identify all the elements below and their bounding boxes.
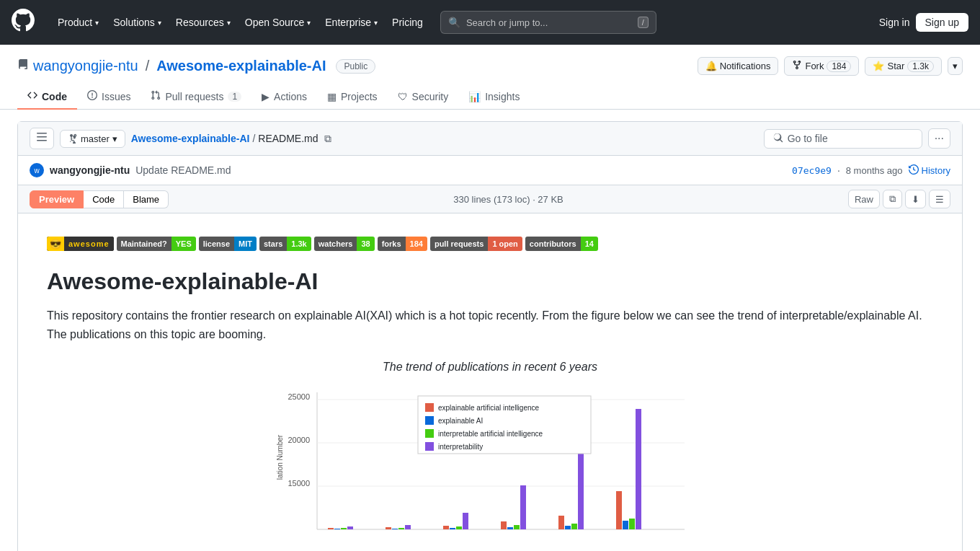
raw-button[interactable]: Raw <box>848 190 880 208</box>
nav-resources[interactable]: Resources ▾ <box>170 12 236 32</box>
tab-projects-label: Projects <box>341 91 378 102</box>
forks-badge: forks 184 <box>378 237 427 251</box>
nav-enterprise-label: Enterprise <box>325 17 371 28</box>
svg-rect-30 <box>623 521 628 529</box>
watchers-badge: watchers 38 <box>314 237 375 251</box>
tab-pr-label: Pull requests <box>165 91 223 102</box>
commit-hash[interactable]: 07ec9e9 <box>792 165 832 176</box>
expand-button[interactable]: ▾ <box>948 57 963 75</box>
svg-rect-19 <box>456 526 462 529</box>
tab-security[interactable]: 🛡 Security <box>388 84 459 110</box>
svg-rect-31 <box>629 519 635 529</box>
code-icon <box>27 90 37 102</box>
repo-separator: / <box>146 58 150 74</box>
download-button[interactable]: ⬇ <box>905 190 926 208</box>
prs-badge: pull requests 1 open <box>430 237 522 251</box>
chevron-down-icon: ▾ <box>158 19 161 27</box>
view-tabs: Preview Code Blame <box>30 190 169 208</box>
projects-icon: ▦ <box>327 91 337 102</box>
repo-title-area: wangyongjie-ntu / Awesome-explainable-AI… <box>17 58 375 74</box>
tab-actions[interactable]: ▶ Actions <box>251 84 317 110</box>
preview-tab[interactable]: Preview <box>30 190 84 208</box>
tab-insights[interactable]: 📊 Insights <box>458 84 530 110</box>
breadcrumb-separator: / <box>252 133 255 144</box>
code-tab-btn[interactable]: Code <box>84 190 124 208</box>
nav-product-label: Product <box>58 17 92 28</box>
svg-rect-21 <box>501 521 507 529</box>
outline-button[interactable]: ☰ <box>929 190 950 208</box>
notifications-label: Notifications <box>720 61 771 71</box>
fork-button[interactable]: Fork 184 <box>784 56 859 76</box>
repo-owner[interactable]: wangyongjie-ntu <box>33 58 138 74</box>
svg-text:interpretable artificial intel: interpretable artificial intelligence <box>438 430 543 438</box>
more-options-button[interactable]: ··· <box>928 128 950 149</box>
svg-text:explainable artificial intelli: explainable artificial intelligence <box>438 404 540 412</box>
branch-selector[interactable]: master ▾ <box>60 130 125 148</box>
commit-author[interactable]: wangyongjie-ntu <box>50 164 130 176</box>
github-logo[interactable] <box>12 9 35 36</box>
chevron-down-icon: ▾ <box>307 19 311 27</box>
svg-text:20000: 20000 <box>288 436 310 444</box>
nav-solutions[interactable]: Solutions ▾ <box>107 12 167 32</box>
nav-product[interactable]: Product ▾ <box>52 12 104 32</box>
search-icon <box>773 133 783 145</box>
auth-buttons: Sign in Sign up <box>879 13 968 32</box>
code-actions: Raw ⧉ ⬇ ☰ <box>848 190 950 208</box>
blame-tab[interactable]: Blame <box>124 190 169 208</box>
fork-count: 184 <box>827 61 851 72</box>
repo-tabs: Code Issues Pull requests 1 ▶ Actions ▦ … <box>17 84 963 109</box>
nav-enterprise[interactable]: Enterprise ▾ <box>319 12 383 32</box>
svg-rect-11 <box>341 528 347 529</box>
commit-row: w wangyongjie-ntu Update README.md 07ec9… <box>18 156 962 185</box>
tab-issues[interactable]: Issues <box>77 84 141 110</box>
svg-rect-20 <box>463 513 468 529</box>
tab-projects[interactable]: ▦ Projects <box>317 84 388 110</box>
notifications-button[interactable]: 🔔 Notifications <box>698 57 779 75</box>
search-kbd: / <box>638 17 649 28</box>
tab-issues-label: Issues <box>102 91 130 102</box>
nav-pricing[interactable]: Pricing <box>386 12 429 32</box>
file-header-left: master ▾ Awesome-explainable-AI / README… <box>30 128 331 149</box>
signin-link[interactable]: Sign in <box>879 17 910 28</box>
svg-rect-14 <box>392 529 398 529</box>
tab-pull-requests[interactable]: Pull requests 1 <box>141 84 251 110</box>
star-button[interactable]: ⭐ Star 1.3k <box>865 57 942 76</box>
svg-rect-36 <box>425 416 434 425</box>
svg-text:25000: 25000 <box>288 392 310 401</box>
awesome-badge: 😎 awesome <box>47 237 114 251</box>
nav-open-source[interactable]: Open Source ▾ <box>239 12 317 32</box>
history-icon <box>909 164 919 177</box>
history-link[interactable]: History <box>909 164 950 177</box>
svg-rect-15 <box>398 528 404 529</box>
shield-icon: 🛡 <box>398 91 408 102</box>
chart-svg: 25000 20000 15000 lation Number <box>274 385 692 551</box>
issue-icon <box>87 90 97 102</box>
search-bar[interactable]: 🔍 Search or jump to... / <box>440 11 656 34</box>
nav-resources-label: Resources <box>176 17 224 28</box>
svg-text:interpretability: interpretability <box>438 443 483 451</box>
repo-name[interactable]: Awesome-explainable-AI <box>156 58 326 74</box>
copy-path-icon[interactable]: ⧉ <box>324 133 331 145</box>
insights-icon: 📊 <box>468 91 481 102</box>
copy-raw-button[interactable]: ⧉ <box>883 190 902 208</box>
file-header-right: Go to file ··· <box>764 128 950 149</box>
go-to-file-label: Go to file <box>788 133 913 144</box>
code-toolbar: Preview Code Blame 330 lines (173 loc) ·… <box>18 185 962 213</box>
file-header-bar: master ▾ Awesome-explainable-AI / README… <box>18 122 962 156</box>
commit-time: 8 months ago <box>846 165 903 176</box>
tab-code[interactable]: Code <box>17 84 77 110</box>
repo-header: wangyongjie-ntu / Awesome-explainable-AI… <box>0 45 980 110</box>
svg-rect-23 <box>514 525 520 529</box>
sidebar-toggle-button[interactable] <box>30 128 54 149</box>
go-to-file-button[interactable]: Go to file <box>764 129 922 149</box>
svg-rect-29 <box>616 491 622 529</box>
file-stats: 330 lines (173 loc) · 27 KB <box>453 194 563 205</box>
breadcrumb-repo-link[interactable]: Awesome-explainable-AI <box>131 133 250 144</box>
tab-security-label: Security <box>412 91 449 102</box>
star-count: 1.3k <box>907 61 934 72</box>
svg-rect-26 <box>565 526 571 529</box>
chevron-down-icon: ▾ <box>112 133 117 144</box>
history-label: History <box>922 165 950 176</box>
signup-button[interactable]: Sign up <box>916 13 968 32</box>
svg-text:15000: 15000 <box>288 479 310 488</box>
